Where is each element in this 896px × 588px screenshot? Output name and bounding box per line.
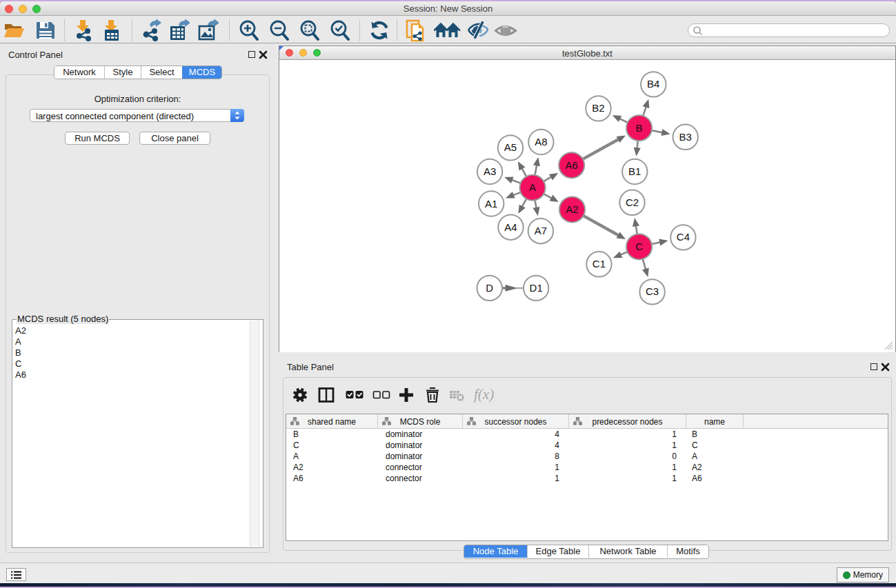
svg-text:A: A bbox=[529, 181, 536, 193]
svg-text:A5: A5 bbox=[504, 141, 517, 153]
svg-text:C2: C2 bbox=[626, 196, 639, 208]
svg-text:B3: B3 bbox=[679, 131, 692, 143]
svg-text:C: C bbox=[635, 241, 643, 252]
svg-text:D: D bbox=[486, 282, 493, 294]
svg-text:A7: A7 bbox=[535, 225, 547, 236]
svg-text:B2: B2 bbox=[592, 102, 604, 114]
svg-text:D1: D1 bbox=[530, 282, 543, 294]
svg-text:A1: A1 bbox=[485, 198, 497, 210]
svg-text:A4: A4 bbox=[504, 221, 517, 233]
svg-text:A3: A3 bbox=[484, 165, 496, 177]
svg-text:B1: B1 bbox=[628, 165, 641, 177]
svg-text:A6: A6 bbox=[566, 159, 578, 171]
svg-text:C3: C3 bbox=[646, 285, 659, 297]
svg-text:A2: A2 bbox=[566, 203, 578, 215]
svg-text:B4: B4 bbox=[647, 78, 659, 90]
svg-text:C4: C4 bbox=[677, 231, 690, 243]
svg-text:A8: A8 bbox=[535, 136, 547, 148]
svg-text:B: B bbox=[636, 122, 643, 134]
svg-text:C1: C1 bbox=[593, 258, 606, 270]
